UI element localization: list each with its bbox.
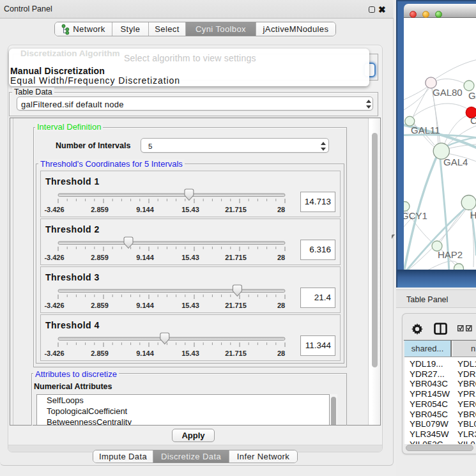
svg-text:HAP2: HAP2 — [438, 249, 463, 260]
svg-text:H: H — [470, 210, 476, 220]
svg-text:GAL4: GAL4 — [443, 157, 468, 167]
svg-text:GCY1: GCY1 — [404, 210, 427, 221]
svg-text:GA: GA — [468, 90, 476, 101]
svg-text:GAL11: GAL11 — [411, 125, 440, 135]
svg-text:C: C — [470, 115, 476, 126]
svg-text:GAL80: GAL80 — [433, 87, 463, 98]
